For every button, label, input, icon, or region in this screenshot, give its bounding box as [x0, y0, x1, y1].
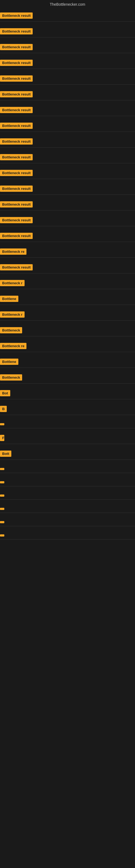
divider — [0, 399, 135, 399]
list-item — [0, 461, 135, 475]
divider — [0, 37, 135, 37]
bottleneck-result-badge[interactable]: F — [0, 435, 4, 441]
list-item: Bottleneck r — [0, 307, 135, 322]
divider — [0, 513, 135, 513]
bottleneck-result-badge[interactable]: Bottleneck result — [0, 107, 33, 113]
list-item: Bottleneck result — [0, 8, 135, 23]
list-item: Bottleneck result — [0, 118, 135, 133]
divider — [0, 352, 135, 352]
bottleneck-result-badge[interactable]: Bottleneck re — [0, 248, 27, 255]
bottleneck-result-badge[interactable]: Bottleneck result — [0, 201, 33, 208]
list-item: Bottleneck r — [0, 275, 135, 291]
divider — [0, 131, 135, 132]
divider — [0, 84, 135, 85]
list-item: Bottleneck — [0, 322, 135, 338]
divider — [0, 336, 135, 336]
bottleneck-result-badge[interactable]: Bottleneck result — [0, 217, 33, 223]
bottleneck-result-badge[interactable]: B — [0, 406, 7, 412]
divider — [0, 428, 135, 428]
site-header: TheBottlenecker.com — [0, 0, 135, 8]
list-item: Bottlene — [0, 354, 135, 369]
list-item: Bottleneck result — [0, 165, 135, 181]
bottleneck-result-badge[interactable]: Bott — [0, 451, 11, 457]
list-item: Bottleneck result — [0, 55, 135, 70]
divider — [0, 100, 135, 100]
bottleneck-result-badge[interactable]: Bottlene — [0, 296, 18, 302]
bottleneck-result-badge[interactable]: Bottleneck result — [0, 154, 33, 160]
bottleneck-result-badge[interactable]: Bottleneck r — [0, 311, 25, 318]
bottleneck-result-badge[interactable]: Bottleneck result — [0, 60, 33, 66]
bottleneck-result-badge[interactable] — [0, 534, 4, 536]
bottleneck-result-badge[interactable]: Bottleneck result — [0, 12, 33, 19]
bottleneck-result-badge[interactable]: Bottleneck result — [0, 44, 33, 50]
bottleneck-result-badge[interactable] — [0, 481, 4, 484]
bottleneck-result-badge[interactable] — [0, 521, 4, 523]
list-item: Bottleneck result — [0, 228, 135, 244]
list-item — [0, 416, 135, 430]
divider — [0, 163, 135, 163]
list-item: B — [0, 401, 135, 416]
bottleneck-result-badge[interactable]: Bottleneck result — [0, 123, 33, 129]
divider — [0, 179, 135, 179]
bottleneck-result-badge[interactable]: Bottleneck re — [0, 343, 27, 349]
divider — [0, 147, 135, 148]
list-item: Bottleneck — [0, 369, 135, 385]
divider — [0, 194, 135, 195]
bottleneck-result-badge[interactable] — [0, 423, 4, 425]
list-item: F — [0, 430, 135, 446]
bottleneck-result-badge[interactable]: Bottleneck — [0, 327, 22, 333]
bottleneck-result-badge[interactable]: Bottleneck result — [0, 186, 33, 192]
list-item: Bottleneck result — [0, 196, 135, 212]
divider — [0, 116, 135, 116]
list-item: Bottleneck result — [0, 23, 135, 39]
bottleneck-result-badge[interactable]: Bottleneck result — [0, 75, 33, 82]
divider — [0, 305, 135, 305]
divider — [0, 210, 135, 211]
list-item: Bottleneck result — [0, 86, 135, 102]
bottleneck-result-badge[interactable] — [0, 508, 4, 510]
list-item: Bottleneck re — [0, 244, 135, 259]
bottleneck-result-badge[interactable]: Bottleneck result — [0, 233, 33, 239]
divider — [0, 289, 135, 289]
divider — [0, 444, 135, 444]
bottleneck-result-badge[interactable]: Bottleneck result — [0, 170, 33, 176]
list-item: Bottleneck result — [0, 39, 135, 55]
bottleneck-result-badge[interactable]: Bottleneck — [0, 374, 22, 380]
divider — [0, 383, 135, 383]
list-item: Bottleneck result — [0, 259, 135, 275]
list-item — [0, 515, 135, 528]
divider — [0, 320, 135, 321]
list-item: Bott — [0, 446, 135, 461]
bottleneck-result-badge[interactable]: Bottleneck r — [0, 280, 25, 286]
bottleneck-result-badge[interactable]: Bottlene — [0, 359, 18, 365]
list-item — [0, 501, 135, 515]
list-item: Bot — [0, 385, 135, 401]
bottleneck-result-badge[interactable] — [0, 495, 4, 497]
list-item: Bottleneck result — [0, 133, 135, 149]
list-item — [0, 528, 135, 541]
bottleneck-result-badge[interactable] — [0, 468, 4, 470]
bottleneck-result-badge[interactable]: Bottleneck result — [0, 91, 33, 97]
divider — [0, 53, 135, 53]
list-item: Bottleneck result — [0, 181, 135, 196]
list-item: Bottleneck result — [0, 212, 135, 228]
bottleneck-result-badge[interactable]: Bot — [0, 390, 10, 396]
divider — [0, 473, 135, 473]
list-item: Bottleneck result — [0, 70, 135, 86]
bottleneck-result-badge[interactable]: Bottleneck result — [0, 138, 33, 145]
list-item: Bottlene — [0, 291, 135, 307]
bottleneck-result-badge[interactable]: Bottleneck result — [0, 264, 33, 271]
divider — [0, 539, 135, 539]
divider — [0, 242, 135, 242]
list-item — [0, 488, 135, 501]
list-item: Bottleneck result — [0, 149, 135, 165]
divider — [0, 257, 135, 258]
divider — [0, 415, 135, 415]
list-item: Bottleneck result — [0, 102, 135, 118]
divider — [0, 368, 135, 368]
divider — [0, 526, 135, 526]
list-item — [0, 475, 135, 488]
bottleneck-result-badge[interactable]: Bottleneck result — [0, 28, 33, 34]
list-item: Bottleneck re — [0, 338, 135, 354]
divider — [0, 499, 135, 500]
